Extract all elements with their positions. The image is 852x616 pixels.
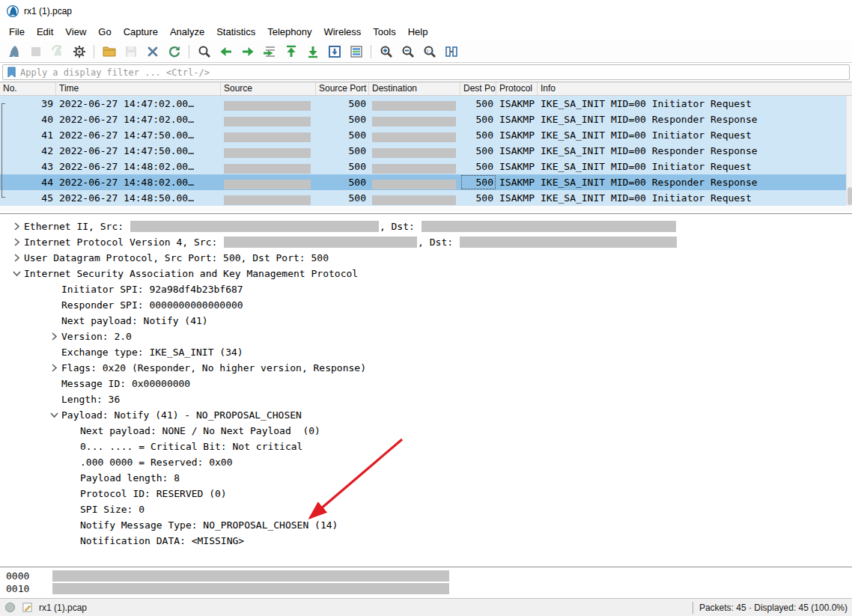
redacted-address	[372, 132, 456, 142]
packet-row-40[interactable]: 402022-06-27 14:47:02.00…500500ISAKMPIKE…	[0, 112, 852, 127]
detail-line[interactable]: Next payload: Notify (41)	[0, 313, 852, 329]
detail-line[interactable]: Exchange type: IKE_SA_INIT (34)	[0, 344, 852, 360]
detail-line[interactable]: Payload: Notify (41) - NO_PROPOSAL_CHOSE…	[0, 407, 852, 423]
start-capture-button[interactable]	[4, 42, 24, 61]
detail-line[interactable]: Notify Message Type: NO_PROPOSAL_CHOSEN …	[0, 517, 852, 533]
expand-icon[interactable]	[9, 222, 24, 231]
detail-text: Version: 2.0	[61, 331, 132, 342]
expand-icon[interactable]	[46, 364, 61, 372]
detail-line[interactable]: Responder SPI: 0000000000000000	[0, 297, 852, 313]
go-back-button[interactable]	[216, 42, 236, 61]
hex-offset: 0000	[0, 570, 52, 582]
packet-cell-redacted	[369, 143, 460, 159]
packet-cell: IKE_SA_INIT MID=00 Initiator Request	[538, 127, 846, 143]
capture-options-button[interactable]	[69, 42, 89, 61]
display-filter-input[interactable]	[20, 66, 849, 79]
detail-text: Message ID: 0x00000000	[61, 378, 190, 389]
packet-row-44[interactable]: 442022-06-27 14:48:02.00…500500ISAKMPIKE…	[0, 174, 852, 190]
menu-telephony[interactable]: Telephony	[261, 24, 317, 40]
go-forward-button[interactable]	[237, 42, 258, 61]
detail-line[interactable]: Length: 36	[0, 391, 852, 407]
display-filter-field[interactable]	[2, 64, 850, 80]
detail-line[interactable]: .000 0000 = Reserved: 0x00	[0, 454, 852, 470]
hex-row[interactable]: 0000	[0, 570, 852, 582]
reload-file-button[interactable]	[164, 42, 184, 61]
menu-wireless[interactable]: Wireless	[317, 24, 367, 40]
go-to-packet-button[interactable]	[259, 42, 279, 61]
scrollbar-thumb[interactable]	[848, 187, 852, 205]
packet-cell: 500	[460, 127, 496, 143]
detail-line[interactable]: Protocol ID: RESERVED (0)	[0, 486, 852, 501]
column-header-protocol[interactable]: Protocol	[496, 82, 538, 95]
expand-icon[interactable]	[9, 254, 24, 262]
zoom-in-button[interactable]	[376, 42, 396, 61]
auto-scroll-icon	[327, 44, 342, 59]
menu-edit[interactable]: Edit	[31, 24, 59, 40]
column-header-no[interactable]: No.	[0, 82, 56, 95]
restart-capture-button[interactable]	[47, 42, 67, 61]
detail-text: Payload length: 8	[80, 472, 180, 484]
colorize-button[interactable]	[346, 42, 366, 61]
go-first-button[interactable]	[281, 42, 301, 61]
detail-line[interactable]: Internet Protocol Version 4, Src: , Dst:	[0, 234, 852, 250]
menu-tools[interactable]: Tools	[367, 24, 401, 40]
detail-line[interactable]: User Datagram Protocol, Src Port: 500, D…	[0, 250, 852, 266]
open-file-button[interactable]	[99, 42, 119, 61]
packet-list-hscrollbar[interactable]	[0, 206, 852, 212]
menu-view[interactable]: View	[59, 24, 92, 40]
bookmark-icon[interactable]	[7, 67, 16, 78]
detail-line[interactable]: 0... .... = Critical Bit: Not critical	[0, 439, 852, 454]
detail-line[interactable]: Next payload: NONE / No Next Payload (0)	[0, 423, 852, 439]
detail-line[interactable]: Flags: 0x20 (Responder, No higher versio…	[0, 360, 852, 376]
stop-capture-button[interactable]	[25, 42, 46, 61]
detail-line[interactable]: Ethernet II, Src: , Dst:	[0, 219, 852, 234]
hex-row[interactable]: 0010	[0, 582, 852, 595]
menu-file[interactable]: File	[3, 24, 31, 40]
detail-line[interactable]: Initiator SPI: 92a98df4b23bf687	[0, 281, 852, 297]
packet-cell: 500	[316, 190, 369, 206]
redacted-address	[224, 132, 311, 142]
detail-line[interactable]: Internet Security Association and Key Ma…	[0, 266, 852, 281]
packet-row-39[interactable]: 392022-06-27 14:47:02.00…500500ISAKMPIKE…	[0, 96, 852, 112]
zoom-reset-button[interactable]: 1:1	[419, 42, 439, 61]
packet-row-42[interactable]: 422022-06-27 14:47:50.00…500500ISAKMPIKE…	[0, 143, 852, 159]
expand-icon[interactable]	[46, 332, 61, 341]
menu-analyze[interactable]: Analyze	[164, 24, 210, 40]
collapse-icon[interactable]	[9, 270, 24, 277]
column-header-dest-port[interactable]: Dest Port	[460, 82, 496, 95]
menu-statistics[interactable]: Statistics	[210, 24, 261, 40]
expand-icon[interactable]	[9, 238, 24, 246]
packet-row-43[interactable]: 432022-06-27 14:48:02.00…500500ISAKMPIKE…	[0, 159, 852, 174]
resize-columns-button[interactable]	[441, 42, 461, 61]
packet-list-scrollbar[interactable]	[846, 96, 852, 206]
column-header-source-port[interactable]: Source Port	[316, 82, 369, 95]
packet-row-45[interactable]: 452022-06-27 14:48:50.00…500500ISAKMPIKE…	[0, 190, 852, 206]
close-file-button[interactable]	[142, 42, 162, 61]
redacted-address	[224, 117, 311, 126]
detail-line[interactable]: SPI Size: 0	[0, 501, 852, 517]
detail-line[interactable]: Version: 2.0	[0, 329, 852, 344]
column-header-destination[interactable]: Destination	[369, 82, 460, 95]
menu-go[interactable]: Go	[92, 24, 117, 40]
expert-info-icon[interactable]	[4, 602, 16, 613]
go-last-button[interactable]	[302, 42, 323, 61]
column-header-time[interactable]: Time	[56, 82, 221, 95]
detail-line[interactable]: Notification DATA: <MISSING>	[0, 533, 852, 549]
detail-line[interactable]: Message ID: 0x00000000	[0, 376, 852, 391]
packet-cell: ISAKMP	[496, 143, 538, 159]
menu-capture[interactable]: Capture	[118, 24, 164, 40]
auto-scroll-button[interactable]	[324, 42, 344, 61]
zoom-out-button[interactable]	[398, 42, 418, 61]
menu-help[interactable]: Help	[402, 24, 434, 40]
detail-line[interactable]: Payload length: 8	[0, 470, 852, 486]
packet-row-41[interactable]: 412022-06-27 14:47:50.00…500500ISAKMPIKE…	[0, 127, 852, 143]
capture-comment-icon[interactable]	[22, 602, 33, 613]
column-header-source[interactable]: Source	[221, 82, 316, 95]
save-file-button[interactable]	[121, 42, 141, 61]
colorize-icon	[349, 44, 364, 59]
collapse-icon[interactable]	[46, 412, 61, 418]
column-header-info[interactable]: Info	[538, 82, 846, 95]
find-packet-button[interactable]	[194, 42, 214, 61]
packet-details-pane: Ethernet II, Src: , Dst: Internet Protoc…	[0, 213, 852, 567]
zoom-in-icon	[379, 44, 394, 59]
